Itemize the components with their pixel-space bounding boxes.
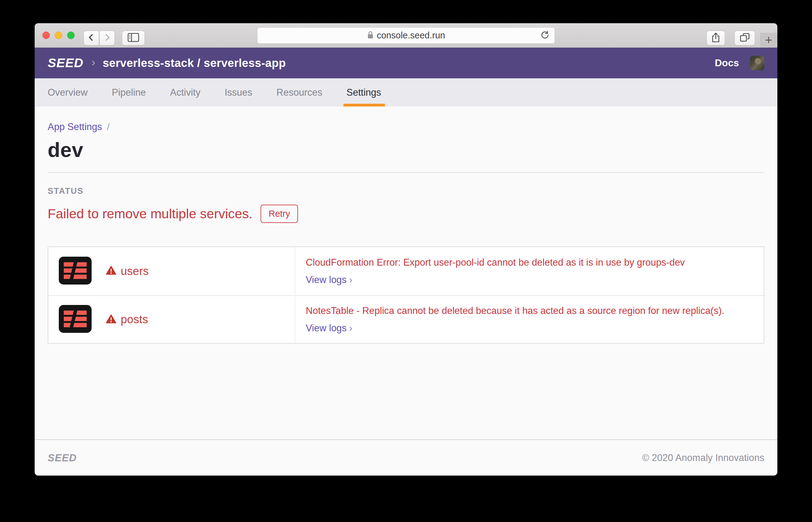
chevron-right-icon — [103, 33, 111, 43]
service-name[interactable]: posts — [121, 313, 148, 326]
view-logs-link[interactable]: View logs› — [306, 323, 753, 334]
desktop-background: console.seed.run — [0, 0, 812, 522]
service-error-message: NotesTable - Replica cannot be deleted b… — [306, 305, 753, 316]
new-tab-button[interactable]: + — [760, 33, 777, 47]
tab-label: Pipeline — [112, 87, 146, 98]
tab-label: Resources — [276, 87, 322, 98]
service-name-group: posts — [106, 313, 148, 326]
view-logs-link[interactable]: View logs› — [306, 274, 753, 285]
status-row: Failed to remove multiple services. Retr… — [48, 205, 764, 223]
safari-window: console.seed.run — [35, 23, 777, 476]
tab-issues[interactable]: Issues — [225, 78, 252, 106]
minimize-window-button[interactable] — [55, 32, 62, 39]
browser-toolbar: console.seed.run — [35, 23, 777, 48]
chevron-right-icon: › — [349, 274, 352, 285]
service-row-posts: posts NotesTable - Replica cannot be del… — [48, 295, 764, 343]
seed-logo[interactable]: SEED — [48, 56, 84, 70]
footer-seed-logo: SEED — [48, 452, 77, 464]
service-error-cell: NotesTable - Replica cannot be deleted b… — [295, 296, 764, 343]
service-name[interactable]: users — [121, 265, 148, 278]
tabs-icon — [740, 33, 750, 43]
services-error-card: users CloudFormation Error: Export user-… — [48, 246, 764, 344]
warning-icon — [106, 266, 116, 277]
tab-pipeline[interactable]: Pipeline — [112, 78, 146, 106]
breadcrumb-separator: / — [107, 122, 109, 132]
tab-label: Issues — [225, 87, 252, 98]
app-settings-link[interactable]: App Settings — [48, 121, 102, 133]
tab-resources[interactable]: Resources — [276, 78, 322, 106]
chevron-left-icon — [87, 33, 96, 43]
tab-settings[interactable]: Settings — [347, 78, 381, 106]
app-breadcrumb[interactable]: serverless-stack / serverless-app — [103, 57, 286, 70]
tab-label: Activity — [170, 87, 201, 98]
service-row-users: users CloudFormation Error: Export user-… — [48, 247, 764, 295]
zoom-window-button[interactable] — [67, 32, 75, 39]
url-text: console.seed.run — [377, 31, 445, 41]
retry-button[interactable]: Retry — [261, 205, 298, 223]
main-content: App Settings / dev STATUS Failed to remo… — [35, 107, 777, 439]
nav-tabs: Overview Pipeline Activity Issues Resour… — [35, 78, 777, 107]
sidebar-toggle-button[interactable] — [122, 31, 145, 45]
service-cell: posts — [48, 296, 295, 343]
page-title: dev — [48, 138, 764, 162]
status-heading: STATUS — [48, 186, 764, 196]
forward-button[interactable] — [99, 31, 115, 45]
tab-overview-button[interactable] — [734, 31, 755, 45]
tab-overview[interactable]: Overview — [48, 78, 88, 106]
serverless-service-icon — [59, 305, 91, 334]
close-window-button[interactable] — [42, 32, 50, 39]
title-divider — [48, 172, 764, 173]
lock-icon — [367, 31, 374, 41]
docs-link[interactable]: Docs — [715, 57, 739, 69]
chevron-right-icon: › — [349, 323, 352, 334]
back-button[interactable] — [84, 31, 99, 45]
share-button[interactable] — [706, 31, 725, 45]
view-logs-label: View logs — [306, 274, 347, 285]
share-icon — [711, 32, 720, 44]
tab-label: Settings — [347, 87, 381, 98]
status-message: Failed to remove multiple services. — [48, 206, 252, 221]
service-error-message: CloudFormation Error: Export user-pool-i… — [306, 257, 753, 268]
header-right: Docs — [715, 56, 764, 70]
serverless-service-icon — [59, 257, 91, 286]
service-error-cell: CloudFormation Error: Export user-pool-i… — [295, 247, 764, 295]
service-name-group: users — [106, 265, 148, 278]
breadcrumb: App Settings / — [48, 121, 764, 133]
traffic-lights — [42, 32, 75, 39]
user-avatar[interactable] — [750, 56, 764, 70]
footer-copyright: © 2020 Anomaly Innovations — [642, 452, 764, 463]
app-header: SEED › serverless-stack / serverless-app… — [35, 48, 777, 78]
service-cell: users — [48, 247, 295, 295]
page-footer: SEED © 2020 Anomaly Innovations — [35, 439, 777, 476]
view-logs-label: View logs — [306, 323, 347, 334]
tab-label: Overview — [48, 87, 88, 98]
breadcrumb-chevron-icon: › — [91, 56, 95, 69]
plus-icon: + — [765, 33, 772, 47]
warning-icon — [106, 314, 116, 325]
sidebar-icon — [127, 33, 139, 43]
reload-icon[interactable] — [540, 31, 549, 41]
tab-activity[interactable]: Activity — [170, 78, 201, 106]
address-bar[interactable]: console.seed.run — [257, 27, 555, 44]
